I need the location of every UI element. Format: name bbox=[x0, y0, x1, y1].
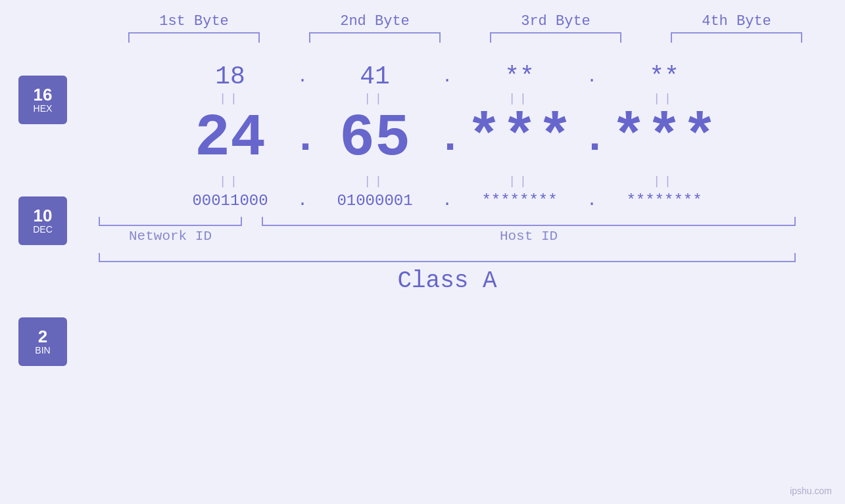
eq1-b1: || bbox=[168, 92, 293, 105]
class-bracket bbox=[99, 253, 796, 262]
hex-byte2: 41 bbox=[312, 62, 437, 91]
hex-byte1: 18 bbox=[168, 62, 293, 91]
badge-bin: 2 BIN bbox=[18, 317, 67, 366]
class-bracket-row bbox=[85, 253, 809, 262]
content-area: 16 HEX 10 DEC 2 BIN 18 . 41 . ** . ** bbox=[0, 49, 845, 504]
bin-dot3: . bbox=[582, 191, 602, 210]
watermark: ipshu.com bbox=[790, 486, 832, 496]
bin-byte1: 00011000 bbox=[168, 192, 293, 210]
network-host-labels: Network ID Host ID bbox=[85, 229, 809, 244]
badge-bin-number: 2 bbox=[38, 328, 47, 345]
eq2-b4: || bbox=[602, 175, 727, 188]
header-byte3: 3rd Byte bbox=[490, 13, 621, 30]
bin-row: 00011000 . 01000001 . ******** . *******… bbox=[85, 191, 809, 210]
bin-dot1: . bbox=[293, 191, 312, 210]
hex-byte4: ** bbox=[602, 62, 727, 91]
eq1-b3: || bbox=[457, 92, 582, 105]
badge-dec: 10 DEC bbox=[18, 196, 67, 245]
dec-byte3: *** bbox=[457, 105, 582, 172]
network-bracket bbox=[99, 217, 242, 226]
class-label: Class A bbox=[397, 267, 496, 294]
column-headers: 1st Byte 2nd Byte 3rd Byte 4th Byte bbox=[104, 13, 827, 30]
bin-byte4: ******** bbox=[602, 192, 727, 210]
header-byte1: 1st Byte bbox=[128, 13, 260, 30]
hex-dot2: . bbox=[437, 67, 457, 87]
dec-byte2: 65 bbox=[312, 105, 437, 172]
equals-row-1: || || || || bbox=[85, 92, 809, 105]
dec-dot1: . bbox=[293, 118, 312, 160]
hex-dot3: . bbox=[582, 67, 602, 87]
badge-hex-number: 16 bbox=[34, 86, 53, 103]
data-grid: 18 . 41 . ** . ** || || || || 24 bbox=[85, 49, 845, 294]
dec-byte4: *** bbox=[602, 105, 727, 172]
main-container: 1st Byte 2nd Byte 3rd Byte 4th Byte 16 H… bbox=[0, 0, 845, 504]
eq1-b4: || bbox=[602, 92, 727, 105]
header-byte4: 4th Byte bbox=[671, 13, 802, 30]
dec-dot2: . bbox=[437, 118, 457, 160]
bin-dot2: . bbox=[437, 191, 457, 210]
eq1-b2: || bbox=[312, 92, 437, 105]
eq2-b1: || bbox=[168, 175, 293, 188]
badge-bin-label: BIN bbox=[35, 345, 50, 355]
dec-row: 24 . 65 . *** . *** bbox=[85, 105, 809, 172]
class-label-row: Class A bbox=[85, 267, 809, 294]
hex-row: 18 . 41 . ** . ** bbox=[85, 62, 809, 91]
bin-byte3: ******** bbox=[457, 192, 582, 210]
dec-dot3: . bbox=[582, 118, 602, 160]
eq2-b2: || bbox=[312, 175, 437, 188]
top-brackets bbox=[104, 32, 827, 43]
hex-byte3: ** bbox=[457, 62, 582, 91]
eq2-b3: || bbox=[457, 175, 582, 188]
badge-dec-number: 10 bbox=[34, 207, 53, 224]
bracket-byte3 bbox=[490, 32, 621, 43]
dec-byte1: 24 bbox=[168, 105, 293, 172]
host-id-label: Host ID bbox=[262, 229, 796, 244]
bin-byte2: 01000001 bbox=[312, 192, 437, 210]
header-byte2: 2nd Byte bbox=[309, 13, 441, 30]
badge-hex: 16 HEX bbox=[18, 76, 67, 124]
equals-row-2: || || || || bbox=[85, 175, 809, 188]
network-id-label: Network ID bbox=[99, 229, 242, 244]
bracket-byte4 bbox=[671, 32, 802, 43]
network-host-brackets bbox=[85, 217, 809, 226]
badge-hex-label: HEX bbox=[34, 103, 53, 114]
bracket-byte2 bbox=[309, 32, 441, 43]
hex-dot1: . bbox=[293, 67, 312, 87]
badge-dec-label: DEC bbox=[33, 224, 53, 235]
bracket-byte1 bbox=[128, 32, 260, 43]
badges-column: 16 HEX 10 DEC 2 BIN bbox=[0, 49, 85, 366]
host-bracket bbox=[262, 217, 796, 226]
